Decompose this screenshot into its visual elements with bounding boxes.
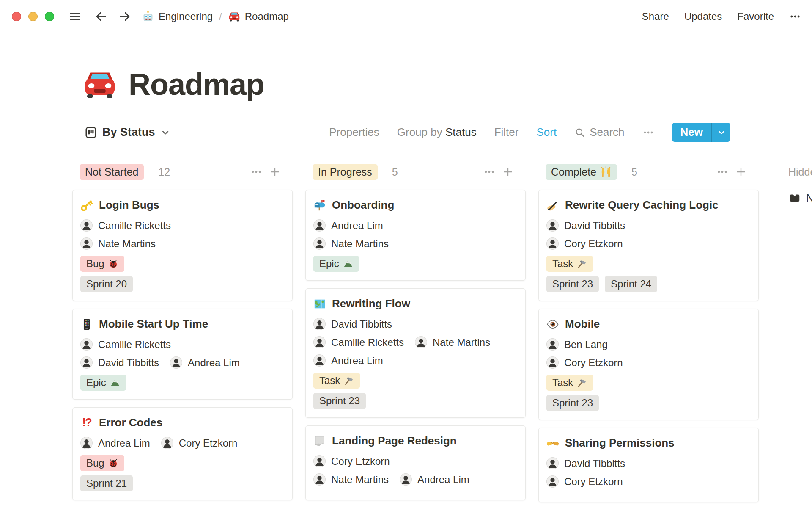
close-window-button[interactable] <box>12 12 21 21</box>
person-chip[interactable]: Andrea Lim <box>400 473 469 486</box>
person-name: Cory Etzkorn <box>564 238 623 250</box>
person-chip[interactable]: Cory Etzkorn <box>546 237 623 250</box>
column-add-card-button[interactable] <box>735 166 747 178</box>
column-add-card-button[interactable] <box>502 166 514 178</box>
tag-badge[interactable]: Bug <box>80 455 124 471</box>
tag-badge[interactable]: Task <box>546 375 593 391</box>
hidden-group-no-status[interactable]: No <box>788 191 812 204</box>
column-status-badge[interactable]: Complete <box>546 164 617 180</box>
person-chip[interactable]: David Tibbitts <box>546 457 625 469</box>
kanban-card[interactable]: Onboarding Andrea Lim <box>305 190 526 281</box>
sort-button[interactable]: Sort <box>536 126 557 139</box>
person-chip[interactable]: Nate Martins <box>80 237 156 250</box>
breadcrumb-workspace[interactable]: Engineering <box>159 11 213 22</box>
column-more-button[interactable] <box>716 166 728 178</box>
page-title[interactable]: Roadmap <box>129 67 264 102</box>
properties-button[interactable]: Properties <box>329 126 379 139</box>
person-name: Nate Martins <box>433 337 490 348</box>
person-chip[interactable]: Nate Martins <box>313 473 389 486</box>
card-tag-row: Task <box>313 373 518 389</box>
avatar <box>313 354 326 367</box>
person-chip[interactable]: Camille Ricketts <box>80 338 171 351</box>
breadcrumb-page[interactable]: Roadmap <box>245 11 289 22</box>
person-chip[interactable]: Andrea Lim <box>80 437 150 449</box>
zoom-window-button[interactable] <box>45 12 54 21</box>
hidden-groups-label[interactable]: Hidden <box>788 163 812 180</box>
column-status-badge[interactable]: In Progress <box>313 164 378 180</box>
page-curl-icon <box>313 435 326 447</box>
kanban-card[interactable]: Login Bugs Camille Ricketts <box>72 190 293 301</box>
person-chip[interactable]: Camille Ricketts <box>313 336 404 348</box>
tag-badge[interactable]: Sprint 23 <box>546 276 599 292</box>
column-more-button[interactable] <box>483 166 495 178</box>
tag-badge[interactable]: Sprint 24 <box>605 276 657 292</box>
filter-button[interactable]: Filter <box>494 126 519 139</box>
card-tag-row: Sprint 23 <box>546 395 751 411</box>
column-status-badge[interactable]: Not Started <box>80 164 144 180</box>
avatar <box>313 455 326 467</box>
kanban-card[interactable]: Rewrite Query Caching Logic David Tibbit… <box>538 190 759 301</box>
topbar-action-updates[interactable]: Updates <box>684 11 722 22</box>
tag-badge[interactable]: Task <box>313 373 360 389</box>
more-options-icon[interactable] <box>642 127 654 138</box>
tag-badge[interactable]: Task <box>546 256 593 272</box>
column-more-button[interactable] <box>250 166 262 178</box>
back-arrow-icon[interactable] <box>95 10 107 23</box>
person-chip[interactable]: Ben Lang <box>546 338 608 351</box>
card-tag-row: Epic <box>80 375 285 391</box>
minimize-window-button[interactable] <box>28 12 38 21</box>
person-chip[interactable]: David Tibbitts <box>313 318 392 330</box>
person-name: Camille Ricketts <box>331 337 404 348</box>
forward-arrow-icon[interactable] <box>118 10 131 23</box>
person-chip[interactable]: Cory Etzkorn <box>546 356 623 369</box>
topbar-action-favorite[interactable]: Favorite <box>737 11 774 22</box>
new-button-label[interactable]: New <box>672 123 711 142</box>
tag-badge[interactable]: Bug <box>80 256 124 272</box>
hamburger-menu-icon[interactable] <box>69 10 81 23</box>
search-button[interactable]: Search <box>574 126 624 139</box>
person-chip[interactable]: Nate Martins <box>313 237 389 250</box>
column-add-card-button[interactable] <box>269 166 281 178</box>
ladybug-icon <box>108 458 118 468</box>
person-chip[interactable]: David Tibbitts <box>546 219 625 232</box>
person-name: Ben Lang <box>564 339 608 351</box>
search-label: Search <box>590 126 624 139</box>
person-chip[interactable]: Cory Etzkorn <box>313 455 390 467</box>
avatar <box>546 457 559 469</box>
person-chip[interactable]: Andrea Lim <box>170 356 240 369</box>
new-button-caret[interactable] <box>712 123 730 142</box>
group-by-button[interactable]: Group by Status <box>397 126 477 139</box>
kanban-card[interactable]: Mobile Ben Lang <box>538 309 759 420</box>
tag-badge[interactable]: Sprint 21 <box>80 475 133 491</box>
window-titlebar: Engineering / Roadmap ShareUpdatesFavori… <box>0 0 812 33</box>
card-people-row: David Tibbitts Andrea Lim <box>80 356 285 369</box>
new-button[interactable]: New <box>672 123 730 142</box>
tag-badge[interactable]: Epic <box>313 256 359 272</box>
tag-badge[interactable]: Sprint 20 <box>80 276 133 292</box>
person-chip[interactable]: Nate Martins <box>415 336 490 348</box>
tag-badge[interactable]: Sprint 23 <box>546 395 599 411</box>
person-chip[interactable]: David Tibbitts <box>80 356 159 369</box>
person-name: Camille Ricketts <box>98 339 171 351</box>
kanban-card[interactable]: Sharing Permissions David Tibbitts <box>538 428 759 502</box>
person-chip[interactable]: Cory Etzkorn <box>546 475 623 488</box>
avatar <box>546 338 559 351</box>
car-icon[interactable] <box>83 67 117 101</box>
kanban-card[interactable]: Rewriting Flow David Tibbitts <box>305 288 526 418</box>
person-chip[interactable]: Camille Ricketts <box>80 219 171 232</box>
kanban-card[interactable]: Mobile Start Up Time Camille Ricketts <box>72 309 293 400</box>
tag-badge[interactable]: Sprint 23 <box>313 393 366 409</box>
kanban-card[interactable]: !? Error Codes Andrea Lim Cory Etzkor <box>72 407 293 500</box>
view-switcher[interactable]: By Status <box>85 126 170 139</box>
card-title: Login Bugs <box>99 199 159 212</box>
avatar <box>313 219 326 232</box>
topbar-action-share[interactable]: Share <box>642 11 669 22</box>
more-menu-icon[interactable] <box>789 11 801 22</box>
kanban-card[interactable]: Landing Page Redesign Cory Etzkorn <box>305 425 526 500</box>
person-name: Nate Martins <box>331 238 389 250</box>
person-chip[interactable]: Andrea Lim <box>313 219 383 232</box>
card-people-row: Ben Lang <box>546 338 751 351</box>
person-chip[interactable]: Andrea Lim <box>313 354 383 367</box>
tag-badge[interactable]: Epic <box>80 375 126 391</box>
person-chip[interactable]: Cory Etzkorn <box>161 437 238 449</box>
